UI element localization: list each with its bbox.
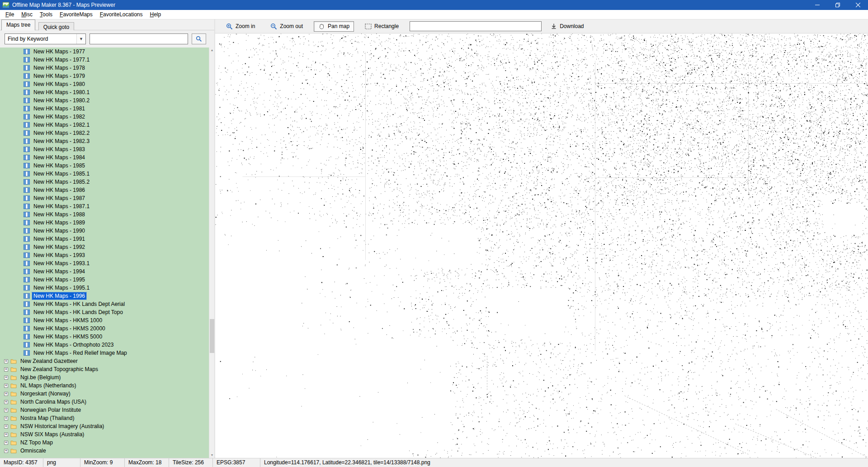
tree-scrollbar[interactable]: ▲ ▼ [209,48,214,458]
toolbar-goto-input[interactable] [410,21,542,31]
tree-item-map[interactable]: New HK Maps - 1978 [0,64,209,72]
tab-maps-tree[interactable]: Maps tree [1,19,35,30]
tree-item-map[interactable]: New HK Maps - Red Relief Image Map [0,349,209,357]
expand-plus-icon[interactable]: + [4,376,8,380]
map-icon [24,122,30,128]
tree-item-map[interactable]: New HK Maps - 1982 [0,113,209,121]
tree-item-map[interactable]: New HK Maps - 1977.1 [0,56,209,64]
chevron-down-icon[interactable]: ▼ [76,34,85,44]
tree-item-folder[interactable]: + Ngi.be (Belgium) [0,373,209,381]
tree-item-map[interactable]: New HK Maps - Orthophoto 2023 [0,341,209,349]
map-icon [24,269,30,274]
tree-item-map[interactable]: New HK Maps - 1984 [0,153,209,162]
tree-item-map[interactable]: New HK Maps - 1982.2 [0,129,209,137]
pan-map-button[interactable]: Pan map [314,21,354,32]
search-mode-select[interactable]: Find by Keyword ▼ [5,33,86,44]
folder-icon [10,367,17,372]
tree-item-label: NSW SIX Maps (Australia) [19,431,85,438]
tree-item-map[interactable]: New HK Maps - HKMS 20000 [0,324,209,333]
menu-favoritelocations[interactable]: FavoriteLocations [96,10,146,19]
tree-item-map[interactable]: New HK Maps - 1990 [0,227,209,235]
tree-item-map[interactable]: New HK Maps - 1986 [0,186,209,194]
tree-item-map[interactable]: New HK Maps - 1982.1 [0,121,209,129]
expand-plus-icon[interactable]: + [4,416,8,420]
menu-tools[interactable]: Tools [36,10,56,19]
keyword-input[interactable] [90,33,188,44]
tree-item-map[interactable]: New HK Maps - 1981 [0,105,209,113]
tree-item-map[interactable]: New HK Maps - 1980 [0,80,209,88]
tree-item-folder[interactable]: + Omniscale [0,447,209,455]
zoom-in-button[interactable]: Zoom in [222,21,259,32]
expand-plus-icon[interactable]: + [4,449,8,453]
menu-favoritemaps[interactable]: FavoriteMaps [56,10,96,19]
tree-item-folder[interactable]: + NSW SIX Maps (Australia) [0,430,209,438]
tree-item-folder[interactable]: + NL Maps (Netherlands) [0,381,209,390]
tree-item-map[interactable]: New HK Maps - 1987.1 [0,202,209,210]
menu-help[interactable]: Help [146,10,165,19]
tree-item-map[interactable]: New HK Maps - 1994 [0,267,209,276]
tree-item-folder[interactable]: + New Zealand Topographic Maps [0,365,209,373]
tree-item-map[interactable]: New HK Maps - 1995.1 [0,284,209,292]
menu-file[interactable]: File [2,10,18,19]
tree-item-map[interactable]: New HK Maps - 1980.1 [0,88,209,96]
tree-item-folder[interactable]: + Norwegian Polar Institute [0,406,209,414]
tree-item-map[interactable]: New HK Maps - HK Lands Dept Aerial [0,300,209,308]
expand-plus-icon[interactable]: + [4,441,8,445]
right-panel: Zoom in Zoom out Pan map [215,19,868,458]
tree-item-folder[interactable]: + Norgeskart (Norway) [0,390,209,398]
rectangle-select-button[interactable]: Rectangle [360,21,403,31]
tree-item-map[interactable]: New HK Maps - 1977 [0,48,209,56]
tree-item-map[interactable]: New HK Maps - 1992 [0,243,209,251]
minimize-button[interactable] [807,0,827,10]
expand-plus-icon[interactable]: + [4,400,8,404]
folder-icon [10,383,17,388]
tree-item-label: New HK Maps - 1985.2 [32,178,91,186]
tree-item-map[interactable]: New HK Maps - HKMS 1000 [0,316,209,324]
menu-misc[interactable]: Misc [18,10,36,19]
expand-plus-icon[interactable]: + [4,384,8,388]
tree-item-map[interactable]: New HK Maps - 1993.1 [0,259,209,267]
expand-plus-icon[interactable]: + [4,359,8,363]
map-icon [24,350,30,356]
tree-item-map[interactable]: New HK Maps - 1988 [0,210,209,219]
tree-item-map[interactable]: New HK Maps - 1985 [0,162,209,170]
tree-item-map[interactable]: New HK Maps - 1983 [0,145,209,153]
tree-item-map[interactable]: New HK Maps - 1979 [0,72,209,80]
maps-tree: New HK Maps - 1977 New HK Maps - 1977.1 … [0,48,209,458]
tree-item-folder[interactable]: + NZ Topo Map [0,438,209,447]
expand-plus-icon[interactable]: + [4,367,8,372]
expand-plus-icon[interactable]: + [4,408,8,412]
tree-item-map[interactable]: New HK Maps - 1991 [0,235,209,243]
expand-plus-icon[interactable]: + [4,433,8,437]
tree-item-map[interactable]: New HK Maps - HK Lands Dept Topo [0,308,209,316]
tree-item-map[interactable]: New HK Maps - 1985.1 [0,170,209,178]
tree-item-map[interactable]: New HK Maps - 1985.2 [0,178,209,186]
tree-item-folder[interactable]: + NSW Historical Imagery (Australia) [0,422,209,430]
map-icon [24,220,30,225]
tree-item-map[interactable]: New HK Maps - 1993 [0,251,209,259]
zoom-in-icon [226,23,233,30]
tree-item-folder[interactable]: + New Zealand Gazetteer [0,357,209,365]
tree-item-folder[interactable]: + North Carolina Maps (USA) [0,398,209,406]
tree-item-map[interactable]: New HK Maps - 1989 [0,219,209,227]
tree-item-map[interactable]: New HK Maps - 1987 [0,194,209,202]
tree-item-map[interactable]: New HK Maps - 1996 [0,292,209,300]
folder-icon [10,399,17,405]
tree-item-label: New HK Maps - 1991 [32,235,86,243]
tree-item-map[interactable]: New HK Maps - HKMS 5000 [0,333,209,341]
search-button[interactable] [192,33,206,44]
tree-item-map[interactable]: New HK Maps - 1995 [0,276,209,284]
tree-item-map[interactable]: New HK Maps - 1982.3 [0,137,209,145]
restore-button[interactable] [827,0,848,10]
close-button[interactable] [848,0,868,10]
download-button[interactable]: Download [546,21,588,31]
expand-plus-icon[interactable]: + [4,392,8,396]
tree-item-folder[interactable]: + Nostra Map (Thailand) [0,414,209,422]
tree-item-label: New HK Maps - 1978 [32,64,86,71]
tree-item-map[interactable]: New HK Maps - 1980.2 [0,96,209,105]
expand-plus-icon[interactable]: + [4,424,8,429]
scrollbar-thumb[interactable] [210,319,214,353]
zoom-out-button[interactable]: Zoom out [266,21,307,32]
map-canvas[interactable] [215,33,868,458]
map-viewport[interactable] [215,33,868,458]
